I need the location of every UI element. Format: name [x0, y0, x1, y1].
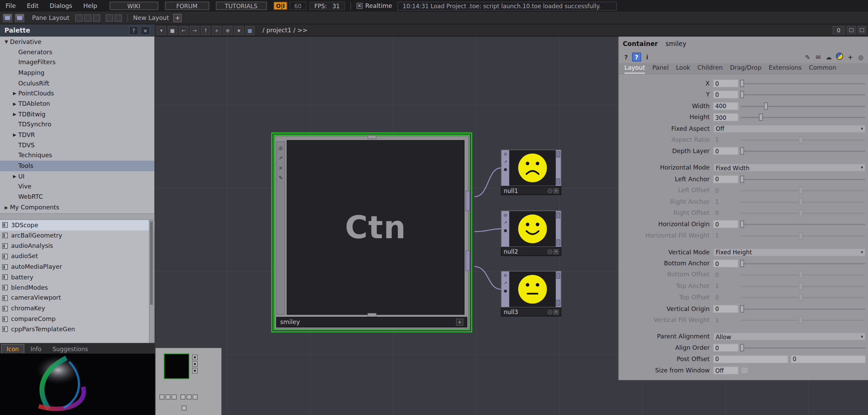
param-value-field[interactable]: 0 [713, 79, 738, 88]
cloud-icon[interactable]: ☁ [824, 53, 833, 61]
menu-help[interactable]: Help [78, 2, 103, 9]
node-viewer[interactable] [509, 272, 556, 307]
palette-tree-item-tdableton[interactable]: ▶TDAbleton [0, 99, 154, 109]
palette-tree-item-tdvs[interactable]: TDVS [0, 140, 154, 150]
pane-float-icon[interactable] [15, 14, 24, 22]
panel-button-7[interactable] [181, 406, 187, 411]
display-flag-icon[interactable]: ● [504, 166, 507, 174]
palette-component-comparecomp[interactable]: compareComp [0, 314, 154, 324]
network-path-breadcrumb[interactable]: / project1 / >> [262, 26, 308, 34]
param-slider[interactable] [741, 221, 865, 228]
panel-out-connector[interactable] [556, 239, 560, 245]
param-value-field-1[interactable]: 0 [713, 355, 788, 363]
param-tab-extensions[interactable]: Extensions [769, 64, 801, 73]
chevron-right-icon[interactable]: ▶ [11, 112, 18, 117]
panel-checkbox-2[interactable] [192, 361, 198, 367]
node-body[interactable]: ◎↗● [501, 271, 561, 308]
forward-arrow-icon[interactable]: → [190, 26, 199, 35]
panel-checkbox-1[interactable] [192, 355, 198, 360]
node-add-button[interactable]: + [554, 310, 559, 315]
chevron-right-icon[interactable]: ▶ [11, 101, 18, 106]
parent-up-icon[interactable]: ↑ [201, 26, 210, 35]
node-body[interactable]: ◎↗● [501, 210, 561, 247]
palette-tree-item-tdbitwig[interactable]: ▶TDBitwig [0, 109, 154, 119]
add-parameter-icon[interactable]: + [846, 53, 855, 61]
node-body[interactable]: ◎↗● [501, 150, 561, 186]
param-value-field[interactable]: 300 [713, 113, 738, 122]
chevron-right-icon[interactable]: ▶ [3, 205, 10, 210]
palette-tree-item-mapping[interactable]: Mapping [0, 68, 154, 78]
grid-icon[interactable]: ▦ [245, 26, 255, 35]
palette-tab-suggestions[interactable]: Suggestions [47, 345, 93, 354]
palette-help-button[interactable]: ? [129, 26, 138, 35]
palette-tree-item-vive[interactable]: Vive [0, 182, 154, 192]
midi-io-indicator[interactable]: O|I [273, 2, 288, 10]
viewer-flag-icon[interactable]: ◎ [504, 272, 507, 279]
slider-thumb[interactable] [740, 221, 744, 228]
slider-thumb[interactable] [740, 344, 744, 351]
stop-icon[interactable]: ■ [168, 26, 177, 35]
menu-dialogs[interactable]: Dialogs [44, 2, 78, 9]
split-pane-icon[interactable] [857, 26, 866, 34]
target-framerate[interactable]: 60 [290, 2, 306, 10]
panel-in-connector[interactable] [556, 151, 560, 158]
slider-thumb[interactable] [740, 148, 744, 155]
slider-thumb[interactable] [740, 175, 744, 183]
param-toggle-value[interactable]: Off [713, 366, 738, 374]
chevron-right-icon[interactable]: ▶ [11, 91, 18, 96]
panel-button-5[interactable] [187, 394, 192, 400]
palette-tree-item-generators[interactable]: Generators [0, 47, 154, 57]
node-name[interactable]: null1 [504, 187, 518, 194]
param-value-field[interactable]: 400 [713, 102, 738, 110]
slider-thumb[interactable] [740, 91, 744, 98]
render-flag-icon[interactable]: ↗ [504, 279, 507, 287]
palette-component-battery[interactable]: battery [0, 272, 154, 283]
chevron-right-icon[interactable]: ▶ [11, 132, 18, 138]
help-icon[interactable]: ? [622, 53, 631, 61]
param-value-field[interactable]: 0 [713, 147, 738, 155]
pane-split-icon[interactable] [3, 14, 12, 22]
param-slider[interactable] [741, 175, 865, 183]
maximize-pane-icon[interactable] [847, 26, 856, 34]
param-value-field[interactable]: 0 [713, 91, 738, 99]
param-value-field-2[interactable]: 0 [790, 355, 866, 363]
pane-layout-preset-2[interactable] [84, 14, 91, 21]
control-panel-window[interactable] [155, 348, 221, 415]
palette-component-cppparstemplategen[interactable]: cppParsTemplateGen [0, 324, 154, 334]
node-flag-button[interactable] [548, 188, 553, 193]
panel-field-black[interactable] [164, 354, 189, 379]
palette-component-arcballgeometry[interactable]: arcBallGeometry [0, 230, 154, 241]
pane-layout-preset-1[interactable] [75, 14, 82, 21]
param-value-field[interactable]: 0 [713, 260, 738, 268]
scrollbar-thumb[interactable] [150, 222, 153, 305]
dropdown-arrow-icon[interactable]: ▾ [157, 26, 166, 35]
display-flag-icon[interactable]: ● [504, 227, 507, 234]
realtime-toggle[interactable]: × Realtime [356, 2, 392, 9]
param-tab-common[interactable]: Common [809, 64, 836, 73]
add-icon[interactable]: + [212, 26, 221, 35]
comment-icon[interactable]: ✉ [814, 53, 823, 61]
viewer-flag-icon[interactable]: ◎ [504, 211, 507, 219]
crosshair-icon[interactable]: ⊕ [223, 26, 232, 35]
slider-thumb[interactable] [759, 114, 763, 121]
param-tab-children[interactable]: Children [697, 64, 723, 73]
panel-out-connector[interactable] [556, 178, 560, 185]
palette-component-3dscope[interactable]: 3DScope [0, 220, 154, 230]
forum-button[interactable]: FORUM [165, 2, 209, 10]
render-flag-icon[interactable]: ↗ [504, 158, 507, 166]
panel-button-1[interactable] [160, 394, 165, 400]
pane-layout-preset-4[interactable] [105, 14, 113, 21]
panel-in-connector[interactable] [556, 273, 560, 279]
palette-scrollbar[interactable] [149, 220, 154, 343]
edit-pencil-icon[interactable]: ✎ [803, 53, 812, 61]
param-tab-panel[interactable]: Panel [652, 64, 669, 73]
node-null1[interactable]: ◎↗●null1+ [501, 150, 561, 195]
param-slider[interactable] [741, 148, 865, 155]
palette-tree-item-oculusrift[interactable]: OculusRift [0, 78, 154, 88]
param-value-field[interactable]: 0 [713, 175, 738, 183]
node-name[interactable]: null2 [504, 248, 518, 255]
palette-tree-item-derivative[interactable]: ▼Derivative [0, 37, 154, 47]
palette-component-audioset[interactable]: audioSet [0, 251, 154, 262]
param-dropdown[interactable]: Fixed Width▾ [713, 164, 866, 172]
param-slider[interactable] [741, 305, 865, 312]
